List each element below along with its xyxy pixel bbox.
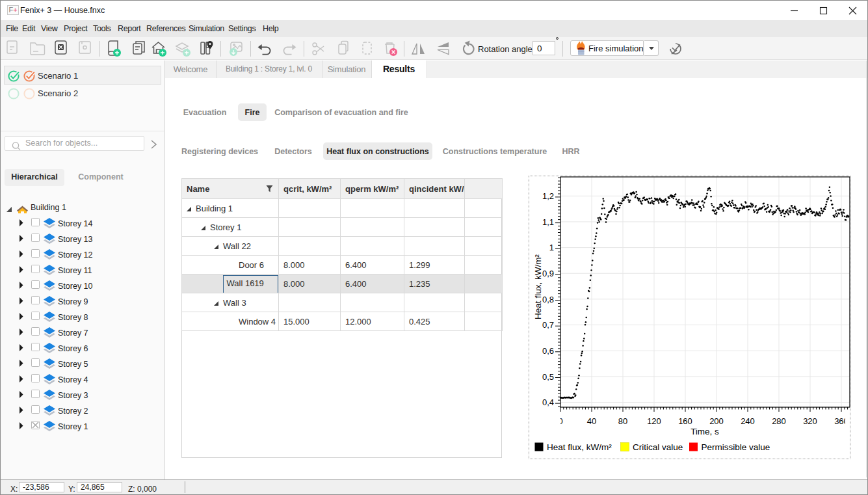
svg-text:0,9: 0,9 [542, 269, 554, 278]
svg-text:120: 120 [647, 416, 661, 426]
svg-text:Critical value: Critical value [633, 442, 683, 452]
svg-text:Permissible value: Permissible value [702, 442, 770, 452]
svg-text:0,5: 0,5 [542, 372, 554, 382]
svg-text:240: 240 [741, 416, 755, 426]
svg-text:0,7: 0,7 [542, 320, 554, 330]
svg-text:Time, s: Time, s [690, 427, 719, 436]
svg-text:0,6: 0,6 [542, 346, 554, 356]
svg-text:1,2: 1,2 [542, 191, 554, 201]
svg-text:360: 360 [834, 416, 848, 426]
svg-text:Heat flux, kW/m²: Heat flux, kW/m² [533, 254, 543, 319]
svg-text:0: 0 [558, 416, 562, 426]
svg-text:320: 320 [803, 416, 817, 426]
svg-text:0,8: 0,8 [542, 295, 554, 304]
svg-text:1: 1 [549, 243, 554, 252]
svg-text:40: 40 [587, 416, 596, 426]
svg-text:0,4: 0,4 [542, 397, 554, 407]
svg-text:200: 200 [709, 416, 724, 426]
svg-text:160: 160 [678, 416, 692, 426]
svg-text:1,1: 1,1 [542, 217, 554, 227]
svg-text:80: 80 [618, 416, 627, 426]
svg-text:280: 280 [772, 416, 786, 426]
svg-text:Heat flux, kW/m²: Heat flux, kW/m² [547, 442, 612, 452]
